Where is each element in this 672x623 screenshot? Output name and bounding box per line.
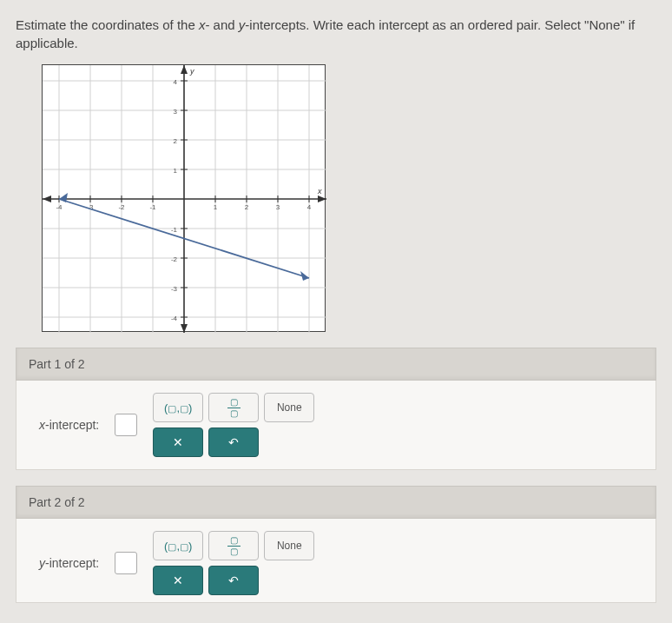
- fraction-button[interactable]: ▢ ▢: [208, 531, 259, 560]
- svg-text:-1: -1: [149, 203, 156, 211]
- svg-text:-4: -4: [171, 315, 178, 322]
- clear-button[interactable]: ✕: [153, 427, 203, 457]
- svg-text:4: 4: [174, 78, 178, 86]
- svg-text:2: 2: [245, 203, 249, 211]
- svg-text:-3: -3: [171, 285, 178, 293]
- part-2-header: Part 2 of 2: [16, 486, 656, 519]
- svg-text:-2: -2: [171, 255, 178, 263]
- ordered-pair-button[interactable]: (▢,▢): [153, 531, 203, 560]
- undo-button[interactable]: ↶: [208, 427, 259, 457]
- part-1-header: Part 1 of 2: [16, 348, 656, 381]
- svg-marker-18: [181, 65, 188, 74]
- svg-text:2: 2: [174, 137, 178, 145]
- x-intercept-label: x-intercept:: [39, 418, 99, 432]
- undo-icon: ↶: [228, 435, 239, 449]
- coordinate-graph: -4-3-2-1 1234 4321 -1-2-3-4 y x: [42, 64, 326, 332]
- none-button[interactable]: None: [264, 531, 314, 560]
- y-intercept-input[interactable]: [115, 552, 137, 574]
- clear-button[interactable]: ✕: [153, 566, 203, 595]
- svg-text:4: 4: [307, 203, 312, 211]
- x-icon: ✕: [173, 573, 183, 587]
- part-2-answer-row: y-intercept: (▢,▢) ▢ ▢ None: [16, 519, 656, 603]
- x-icon: ✕: [173, 435, 183, 449]
- svg-text:x: x: [317, 187, 322, 196]
- undo-button[interactable]: ↶: [208, 566, 259, 595]
- svg-marker-20: [318, 196, 326, 202]
- svg-marker-21: [43, 196, 51, 202]
- svg-text:3: 3: [276, 203, 280, 211]
- x-intercept-input[interactable]: [115, 414, 137, 436]
- ordered-pair-button[interactable]: (▢,▢): [153, 393, 203, 422]
- palette-1: (▢,▢) ▢ ▢ None ✕ ↶: [153, 393, 314, 457]
- svg-text:3: 3: [174, 108, 178, 116]
- svg-text:-4: -4: [56, 203, 63, 211]
- svg-marker-57: [300, 271, 309, 281]
- svg-text:1: 1: [214, 203, 218, 211]
- svg-marker-19: [181, 324, 188, 333]
- question-text: Estimate the coordinates of the x- and y…: [16, 16, 656, 61]
- svg-text:-1: -1: [171, 226, 178, 234]
- svg-text:y: y: [189, 67, 194, 76]
- palette-2: (▢,▢) ▢ ▢ None ✕ ↶: [153, 531, 314, 595]
- part-1-answer-row: x-intercept: (▢,▢) ▢ ▢ None: [16, 381, 656, 470]
- svg-text:-2: -2: [118, 203, 125, 211]
- undo-icon: ↶: [228, 573, 239, 587]
- fraction-button[interactable]: ▢ ▢: [208, 393, 259, 422]
- y-intercept-label: y-intercept:: [39, 556, 99, 570]
- svg-text:1: 1: [174, 167, 178, 175]
- none-button[interactable]: None: [264, 393, 314, 422]
